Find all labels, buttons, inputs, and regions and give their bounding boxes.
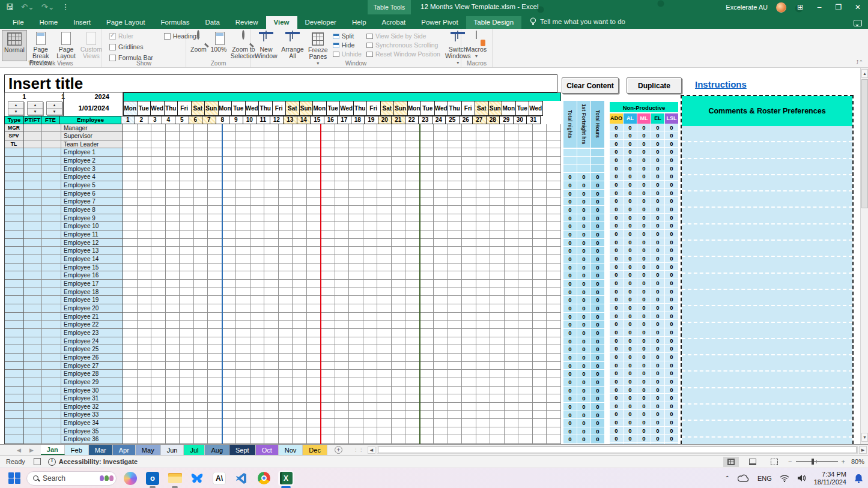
- day-cell[interactable]: [377, 362, 392, 370]
- day-cell[interactable]: [194, 190, 208, 198]
- customize-qat-icon[interactable]: ⋮: [62, 2, 70, 12]
- day-cell[interactable]: [547, 206, 561, 214]
- outlook-icon[interactable]: o: [145, 471, 160, 486]
- day-cell[interactable]: [377, 435, 392, 444]
- sheet-tab-may[interactable]: May: [136, 445, 161, 455]
- day-cell[interactable]: [307, 345, 321, 354]
- day-cell[interactable]: [533, 165, 547, 173]
- ptft-cell[interactable]: [24, 255, 42, 264]
- day-cell[interactable]: [166, 313, 180, 321]
- day-cell[interactable]: [151, 140, 166, 149]
- ptft-cell[interactable]: [24, 394, 42, 403]
- clock[interactable]: 7:34 PM 18/11/2024: [814, 471, 846, 486]
- day-cell[interactable]: [279, 321, 293, 329]
- type-cell[interactable]: [4, 197, 24, 206]
- day-cell[interactable]: [420, 247, 434, 255]
- day-cell[interactable]: [151, 173, 166, 181]
- day-cell[interactable]: [392, 255, 406, 264]
- day-cell[interactable]: [194, 329, 208, 337]
- ptft-cell[interactable]: [24, 230, 42, 239]
- day-cell[interactable]: [208, 296, 222, 304]
- day-cell[interactable]: [405, 264, 420, 272]
- day-cell[interactable]: [533, 313, 547, 321]
- day-cell[interactable]: [434, 230, 448, 239]
- day-cell[interactable]: [420, 173, 434, 181]
- day-cell[interactable]: [505, 206, 519, 214]
- day-cell[interactable]: [505, 132, 519, 140]
- day-cell[interactable]: [363, 329, 378, 337]
- day-cell[interactable]: [236, 132, 250, 140]
- fte-cell[interactable]: [42, 140, 61, 149]
- day-cell[interactable]: [448, 239, 463, 247]
- day-cell[interactable]: [363, 427, 378, 436]
- day-cell[interactable]: [293, 378, 307, 387]
- day-cell[interactable]: [547, 354, 561, 362]
- day-cell[interactable]: [208, 230, 222, 239]
- day-cell[interactable]: [476, 321, 491, 329]
- day-cell[interactable]: [505, 197, 519, 206]
- type-cell[interactable]: [4, 280, 24, 288]
- day-cell[interactable]: [420, 239, 434, 247]
- day-cell[interactable]: [448, 271, 463, 280]
- day-cell[interactable]: [349, 148, 363, 157]
- day-cell[interactable]: [138, 394, 152, 403]
- day-cell[interactable]: [194, 354, 208, 362]
- day-cell[interactable]: [250, 321, 265, 329]
- day-cell[interactable]: [264, 230, 279, 239]
- day-cell[interactable]: [321, 419, 335, 427]
- day-cell[interactable]: [194, 214, 208, 223]
- day-cell[interactable]: [490, 206, 505, 214]
- fte-cell[interactable]: [42, 427, 61, 436]
- day-cell[interactable]: [236, 288, 250, 297]
- day-cell[interactable]: [250, 197, 265, 206]
- day-cell[interactable]: [321, 345, 335, 354]
- fte-cell[interactable]: [42, 165, 61, 173]
- day-cell[interactable]: [293, 271, 307, 280]
- employee-name-cell[interactable]: Employee 26: [61, 354, 123, 362]
- day-cell[interactable]: [476, 190, 491, 198]
- day-cell[interactable]: [462, 304, 476, 313]
- employee-name-cell[interactable]: Employee 10: [61, 222, 123, 230]
- employee-name-cell[interactable]: Employee 7: [61, 197, 123, 206]
- day-cell[interactable]: [518, 403, 533, 411]
- new-sheet-button[interactable]: +: [327, 445, 350, 455]
- day-cell[interactable]: [547, 411, 561, 419]
- day-cell[interactable]: [377, 313, 392, 321]
- comments-row[interactable]: [682, 339, 852, 355]
- day-cell[interactable]: [420, 394, 434, 403]
- day-cell[interactable]: [490, 370, 505, 378]
- day-cell[interactable]: [236, 329, 250, 337]
- day-cell[interactable]: [349, 197, 363, 206]
- day-cell[interactable]: [180, 345, 194, 354]
- day-cell[interactable]: [250, 214, 265, 223]
- day-cell[interactable]: [222, 132, 237, 140]
- day-cell[interactable]: [208, 247, 222, 255]
- day-cell[interactable]: [264, 264, 279, 272]
- day-cell[interactable]: [307, 419, 321, 427]
- day-cell[interactable]: [490, 124, 505, 133]
- ptft-cell[interactable]: [24, 271, 42, 280]
- day-cell[interactable]: [151, 197, 166, 206]
- day-cell[interactable]: [166, 296, 180, 304]
- zoom-out-icon[interactable]: −: [788, 458, 792, 465]
- day-cell[interactable]: [434, 247, 448, 255]
- sheet-tab-dec[interactable]: Dec: [303, 445, 327, 455]
- day-cell[interactable]: [490, 354, 505, 362]
- day-cell[interactable]: [335, 321, 350, 329]
- ptft-cell[interactable]: [24, 247, 42, 255]
- day-cell[interactable]: [476, 354, 491, 362]
- day-cell[interactable]: [264, 157, 279, 165]
- day-cell[interactable]: [490, 148, 505, 157]
- day-cell[interactable]: [462, 157, 476, 165]
- day-cell[interactable]: [349, 394, 363, 403]
- day-cell[interactable]: [279, 427, 293, 436]
- type-cell[interactable]: [4, 411, 24, 419]
- day-cell[interactable]: [363, 197, 378, 206]
- day-cell[interactable]: [363, 387, 378, 395]
- day-cell[interactable]: [405, 247, 420, 255]
- day-cell[interactable]: [434, 321, 448, 329]
- type-cell[interactable]: [4, 345, 24, 354]
- day-cell[interactable]: [166, 304, 180, 313]
- day-cell[interactable]: [335, 181, 350, 190]
- day-cell[interactable]: [180, 419, 194, 427]
